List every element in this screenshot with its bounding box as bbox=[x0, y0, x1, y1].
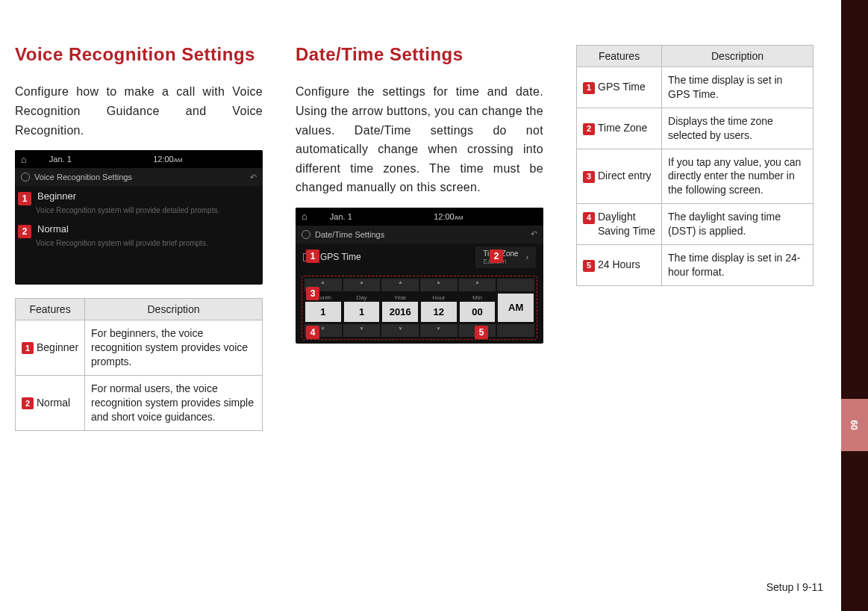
manual-page: 09 Voice Recognition Settings Configure … bbox=[0, 0, 868, 611]
spinner-value-year[interactable]: 2016 bbox=[382, 302, 418, 322]
num-badge: 2 bbox=[22, 397, 34, 409]
option-normal[interactable]: Normal bbox=[15, 219, 263, 239]
tab-strip-lower bbox=[841, 451, 868, 611]
chevron-down-icon[interactable]: ˅ bbox=[420, 324, 458, 337]
table-date-time: Features Description 1GPS Time The time … bbox=[576, 45, 814, 286]
num-badge: 3 bbox=[583, 171, 595, 183]
table-header-description: Description bbox=[85, 299, 263, 320]
feature-desc: For normal users, the voice recognition … bbox=[85, 375, 263, 430]
callout-1: 1 bbox=[18, 192, 31, 205]
shot-time: 12:00AM bbox=[153, 155, 183, 164]
gear-icon bbox=[21, 173, 30, 182]
callout-1: 1 bbox=[306, 249, 319, 263]
table-row: 2Time Zone Displays the time zone select… bbox=[577, 108, 814, 149]
heading-date-time: Date/Time Settings bbox=[296, 45, 543, 64]
column-date-time-table: Features Description 1GPS Time The time … bbox=[576, 45, 814, 581]
table-row: 524 Hours The time display is set in 24-… bbox=[577, 245, 814, 286]
page-content: Voice Recognition Settings Configure how… bbox=[0, 0, 828, 611]
option-beginner-hint: Voice Recognition system will provide de… bbox=[15, 206, 263, 214]
spinner-label-year: Year bbox=[382, 294, 418, 301]
feature-desc: The time display is set in GPS Time. bbox=[662, 67, 814, 108]
timezone-selector[interactable]: Time Zone Eastern › bbox=[475, 246, 536, 268]
spinner-value-day[interactable]: 1 bbox=[344, 302, 380, 322]
paragraph-voice-recognition: Configure how to make a call with Voice … bbox=[15, 82, 263, 140]
chevron-up-icon[interactable]: ˄ bbox=[343, 279, 381, 291]
back-icon[interactable]: ↶ bbox=[250, 173, 257, 182]
page-footer: Setup I 9-11 bbox=[766, 581, 823, 593]
feature-name-line2: Saving Time bbox=[598, 225, 655, 237]
shot-date: Jan. 1 bbox=[49, 155, 72, 164]
callout-3: 3 bbox=[306, 287, 319, 300]
gear-icon bbox=[302, 230, 310, 239]
chevron-up-icon[interactable]: ˄ bbox=[459, 279, 496, 291]
callout-5: 5 bbox=[475, 326, 488, 339]
table-header-features: Features bbox=[16, 299, 85, 320]
option-normal-hint: Voice Recognition system will provide br… bbox=[15, 239, 263, 247]
home-icon[interactable]: ⌂ bbox=[302, 211, 307, 222]
chevron-up-icon[interactable]: ˄ bbox=[381, 279, 419, 291]
num-badge: 1 bbox=[22, 342, 34, 354]
date-time-spinner-group: ˄ ˄ ˄ ˄ ˄ Month 1 Day bbox=[302, 276, 537, 340]
feature-desc: If you tap any value, you can directly e… bbox=[662, 149, 814, 204]
num-badge: 1 bbox=[583, 82, 595, 94]
table-voice-recognition: Features Description 1Beginner For begin… bbox=[15, 298, 263, 430]
screenshot-date-time: ⌂ Jan. 1 12:00AM Date/Time Settings ↶ GP… bbox=[296, 208, 543, 344]
chevron-right-icon: › bbox=[526, 253, 528, 261]
spinner-value-hour[interactable]: 12 bbox=[421, 302, 457, 322]
shot-title: Voice Recognition Settings bbox=[34, 173, 132, 182]
feature-name: GPS Time bbox=[598, 81, 646, 93]
option-beginner[interactable]: Beginner bbox=[15, 186, 263, 206]
table-row: 1GPS Time The time display is set in GPS… bbox=[577, 67, 814, 108]
back-icon[interactable]: ↶ bbox=[531, 229, 537, 239]
row-gps-timezone: GPS Time Time Zone Eastern › bbox=[296, 244, 543, 271]
table-row: 1Beginner For beginners, the voice recog… bbox=[16, 320, 263, 376]
feature-name: 24 Hours bbox=[598, 258, 640, 270]
feature-desc: Displays the time zone selected by users… bbox=[662, 108, 814, 149]
heading-voice-recognition: Voice Recognition Settings bbox=[15, 45, 263, 64]
feature-name: Normal bbox=[37, 397, 70, 409]
shot2-statusbar: ⌂ Jan. 1 12:00AM bbox=[296, 208, 543, 226]
num-badge: 2 bbox=[583, 123, 595, 135]
tab-strip-upper bbox=[841, 0, 868, 399]
column-voice-recognition: Voice Recognition Settings Configure how… bbox=[15, 45, 263, 581]
shot-title-bar: Voice Recognition Settings ↶ bbox=[15, 168, 263, 186]
ampm-toggle[interactable]: AM bbox=[498, 294, 534, 322]
table-header-description: Description bbox=[662, 46, 814, 67]
spinner-label-day: Day bbox=[344, 294, 380, 301]
table-row: 3Direct entry If you tap any value, you … bbox=[577, 149, 814, 204]
spacer bbox=[497, 279, 534, 291]
option-normal-label: Normal bbox=[37, 223, 69, 235]
chevron-up-icon[interactable]: ˄ bbox=[420, 279, 458, 291]
chapter-number: 09 bbox=[849, 421, 860, 430]
chapter-tab: 09 bbox=[841, 399, 868, 451]
spinner-value-month[interactable]: 1 bbox=[305, 302, 341, 322]
spacer bbox=[497, 324, 534, 337]
column-date-time: Date/Time Settings Configure the setting… bbox=[296, 45, 543, 581]
callout-2: 2 bbox=[18, 225, 31, 238]
feature-name: Beginner bbox=[37, 341, 78, 353]
shot2-time: 12:00AM bbox=[434, 212, 463, 221]
table-header-features: Features bbox=[577, 46, 662, 67]
num-badge: 4 bbox=[583, 212, 595, 224]
chevron-down-icon[interactable]: ˅ bbox=[343, 324, 381, 337]
gps-time-label[interactable]: GPS Time bbox=[320, 252, 361, 262]
spinner-value-min[interactable]: 00 bbox=[460, 302, 496, 322]
table-row: 4DaylightSaving Time The daylight saving… bbox=[577, 204, 814, 245]
chevron-down-icon[interactable]: ˅ bbox=[381, 324, 419, 337]
shot2-title: Date/Time Settings bbox=[315, 230, 384, 239]
feature-desc: The time display is set in 24-hour forma… bbox=[662, 245, 814, 286]
chapter-tab-strip: 09 bbox=[841, 0, 868, 611]
feature-name: Time Zone bbox=[598, 122, 647, 134]
shot2-title-bar: Date/Time Settings ↶ bbox=[296, 226, 543, 244]
feature-name: Daylight bbox=[598, 211, 636, 223]
spinner-label-min: Min bbox=[460, 294, 496, 301]
feature-name: Direct entry bbox=[598, 170, 652, 182]
feature-desc: For beginners, the voice recognition sys… bbox=[85, 320, 263, 376]
option-beginner-label: Beginner bbox=[37, 190, 76, 202]
shot2-date: Jan. 1 bbox=[330, 212, 352, 221]
shot-statusbar: ⌂ Jan. 1 12:00AM bbox=[15, 150, 263, 168]
callout-2: 2 bbox=[490, 249, 503, 263]
table-row: 2Normal For normal users, the voice reco… bbox=[16, 375, 263, 430]
home-icon[interactable]: ⌂ bbox=[21, 154, 27, 165]
num-badge: 5 bbox=[583, 260, 595, 272]
